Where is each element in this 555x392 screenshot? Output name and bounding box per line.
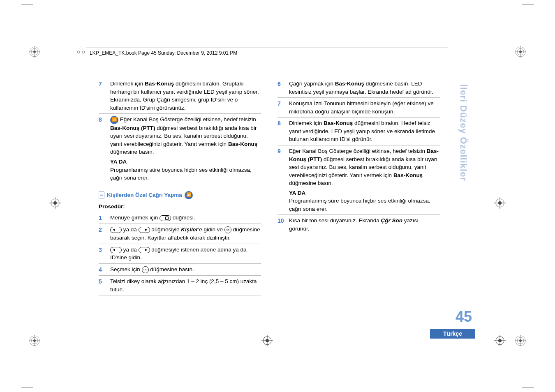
ok-button-icon: OK xyxy=(142,266,149,273)
procedure-step: 8Dinlemek için Bas-Konuş düğmesini bırak… xyxy=(278,118,440,145)
step-text: Çağrı yapmak için Bas-Konuş düğmesine ba… xyxy=(289,80,440,96)
ok-button-icon: OK xyxy=(224,226,231,233)
step-number: 8 xyxy=(278,119,285,143)
step-number: 5 xyxy=(99,277,106,293)
procedure-step: 10Kısa bir ton sesi duyarsınız. Ekranda … xyxy=(278,215,440,234)
step-text: ya da düğmesiyle istenen abone adına ya … xyxy=(110,246,261,262)
page-number: 45 xyxy=(456,308,472,325)
procedure-step: 2 ya da düğmesiyle Kişiler'e gidin ve OK… xyxy=(99,224,261,244)
registration-mark-icon xyxy=(29,46,40,58)
registration-mark-icon xyxy=(261,335,273,346)
step-number: 7 xyxy=(99,80,106,112)
step-text: Dinlemek için Bas-Konuş düğmesini bırakı… xyxy=(110,80,261,112)
step-number: 8 xyxy=(99,115,106,182)
procedure-step: 3 ya da düğmesiyle istenen abone adına y… xyxy=(99,244,261,264)
header-cluster-icon xyxy=(76,46,86,55)
procedure-step: 9Eğer Kanal Boş Gösterge özelliği etkins… xyxy=(278,145,440,215)
side-section-label: İleri Düzey Özellikler xyxy=(458,84,469,181)
procedure-step: 1Menüye girmek için düğmesi. xyxy=(99,212,261,224)
header-text: LKP_EMEA_TK.book Page 45 Sunday, Decembe… xyxy=(90,50,237,56)
right-column: 6Çağrı yapmak için Bas-Konuş düğmesine b… xyxy=(278,78,440,295)
nav-left-button-icon xyxy=(110,247,122,253)
section-title: Kişilerden Özel Çağrı Yapma 📶 xyxy=(99,191,261,199)
procedure-step: 6Çağrı yapmak için Bas-Konuş düğmesine b… xyxy=(278,78,440,98)
step-text: Kısa bir ton sesi duyarsınız. Ekranda Çğ… xyxy=(289,217,440,233)
step-text: Menüye girmek için düğmesi. xyxy=(110,214,261,222)
step-text: 📶 Eğer Kanal Boş Gösterge özelliği etkin… xyxy=(110,115,261,182)
info-badge-icon: 📶 xyxy=(110,116,118,124)
registration-mark-icon xyxy=(515,46,526,58)
nav-right-button-icon xyxy=(139,227,150,233)
registration-mark-icon xyxy=(494,335,506,346)
step-number: 6 xyxy=(278,80,285,96)
procedure-step: 5Telsizi dikey olarak ağzınızdan 1 – 2 i… xyxy=(99,276,261,295)
registration-mark-icon xyxy=(29,335,40,346)
language-badge: Türkçe xyxy=(430,329,475,339)
step-number: 1 xyxy=(99,214,106,222)
document-icon xyxy=(99,191,104,198)
step-number: 4 xyxy=(99,265,106,274)
procedure-label: Prosedür: xyxy=(99,203,261,211)
step-text: Telsizi dikey olarak ağzınızdan 1 – 2 in… xyxy=(110,277,261,293)
step-number: 9 xyxy=(278,147,285,213)
step-number: 2 xyxy=(99,226,106,242)
procedure-step: 7Konuşma İzni Tonunun bitmesini bekleyin… xyxy=(278,98,440,118)
nav-left-button-icon xyxy=(110,227,122,233)
procedure-step: 4Seçmek için OK düğmesine basın. xyxy=(99,264,261,276)
svg-point-36 xyxy=(80,47,82,49)
procedure-step: 7Dinlemek için Bas-Konuş düğmesini bırak… xyxy=(99,78,261,114)
step-number: 10 xyxy=(278,217,285,233)
menu-button-icon xyxy=(160,215,171,221)
svg-point-38 xyxy=(82,51,85,53)
registration-mark-icon xyxy=(494,197,506,209)
header-rule xyxy=(86,48,448,48)
step-text: Eğer Kanal Boş Gösterge özelliği etkinse… xyxy=(289,147,440,213)
step-text: Seçmek için OK düğmesine basın. xyxy=(110,265,261,274)
step-number: 3 xyxy=(99,246,106,262)
left-column: 7Dinlemek için Bas-Konuş düğmesini bırak… xyxy=(99,78,261,295)
registration-mark-icon xyxy=(515,335,526,346)
step-number: 7 xyxy=(278,99,285,115)
svg-point-37 xyxy=(77,51,80,53)
step-text: ya da düğmesiyle Kişiler'e gidin ve OK d… xyxy=(110,226,261,242)
step-text: Konuşma İzni Tonunun bitmesini bekleyin … xyxy=(289,99,440,115)
registration-mark-icon xyxy=(49,197,61,209)
nav-right-button-icon xyxy=(139,247,150,253)
procedure-step: 8📶 Eğer Kanal Boş Gösterge özelliği etki… xyxy=(99,114,261,183)
step-text: Dinlemek için Bas-Konuş düğmesini bırakı… xyxy=(289,119,440,143)
info-badge-icon: 📶 xyxy=(185,191,193,199)
